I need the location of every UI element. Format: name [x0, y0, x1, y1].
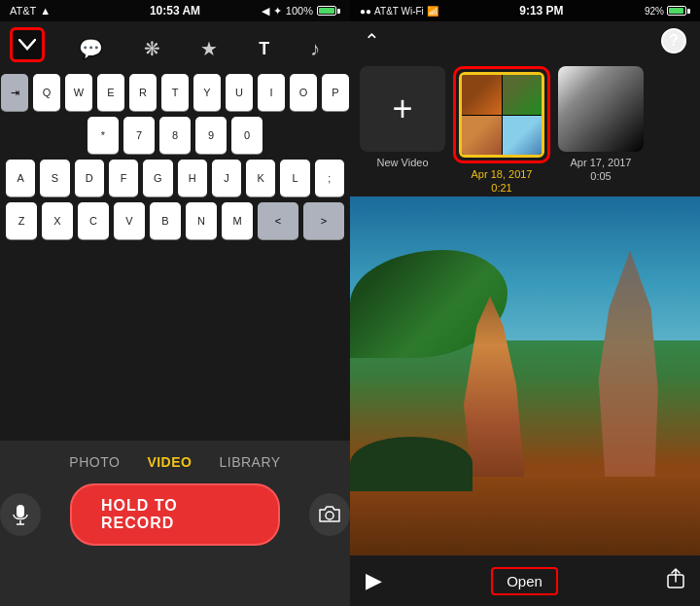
key-d[interactable]: D — [75, 160, 104, 196]
key-h[interactable]: H — [178, 160, 207, 196]
back-button[interactable]: ⌃ — [364, 29, 380, 53]
tab-video[interactable]: VIDEO — [147, 454, 192, 470]
new-video-item[interactable]: + New Video — [360, 66, 445, 169]
key-r[interactable]: R — [129, 74, 157, 111]
keyboard-area: ⇥ Q W E R T Y U I O P * 7 8 9 0 A S D F … — [0, 68, 350, 436]
key-e[interactable]: E — [97, 74, 124, 111]
key-n[interactable]: N — [186, 202, 217, 239]
right-panel: ●● AT&T Wi-Fi 📶 9:13 PM 92% ⌃ ? + — [350, 0, 700, 606]
key-0[interactable]: 0 — [231, 117, 262, 154]
key-star[interactable]: * — [88, 117, 119, 154]
thumb-cell-2 — [503, 75, 542, 115]
key-9[interactable]: 9 — [195, 117, 227, 154]
key-i[interactable]: I — [258, 74, 285, 111]
key-j[interactable]: J — [212, 160, 241, 196]
right-carrier: AT&T Wi-Fi — [374, 6, 424, 17]
apr18-thumb[interactable] — [459, 72, 544, 158]
chevron-button[interactable] — [10, 27, 45, 62]
bluetooth-icon: ✦ — [273, 5, 282, 18]
thumb-cell-1 — [462, 75, 502, 115]
right-time: 9:13 PM — [519, 4, 563, 18]
right-nav-bar: ⌃ ? — [350, 21, 700, 60]
right-battery-tip — [687, 9, 690, 14]
share-button[interactable] — [667, 568, 684, 594]
tab-photo[interactable]: PHOTO — [69, 454, 120, 470]
right-battery-pct: 92% — [645, 6, 664, 17]
apr17-video-item[interactable]: Apr 17, 2017 0:05 — [558, 66, 644, 184]
right-battery-fill — [669, 8, 683, 14]
mode-tabs: PHOTO VIDEO LIBRARY — [69, 454, 280, 470]
text-T-icon[interactable]: T — [259, 39, 269, 59]
left-panel: AT&T ▲ 10:53 AM ◀ ✦ 100% 💬 ❋ ★ T ♪ — [0, 0, 350, 606]
selected-wrapper — [453, 66, 550, 163]
key-t[interactable]: T — [161, 74, 189, 111]
key-8[interactable]: 8 — [159, 117, 191, 154]
key-a[interactable]: A — [6, 160, 35, 196]
tab-library[interactable]: LIBRARY — [219, 454, 280, 470]
key-gt[interactable]: > — [303, 202, 344, 239]
key-row-1: ⇥ Q W E R T Y U I O P — [6, 74, 344, 111]
key-o[interactable]: O — [290, 74, 317, 111]
key-m[interactable]: M — [222, 202, 253, 239]
left-status-bar: AT&T ▲ 10:53 AM ◀ ✦ 100% — [0, 0, 350, 21]
new-video-label: New Video — [377, 156, 429, 169]
key-row-num: * 7 8 9 0 — [6, 117, 344, 154]
key-v[interactable]: V — [114, 202, 145, 239]
key-u[interactable]: U — [226, 74, 253, 111]
right-signal-dots: ●● — [360, 6, 371, 17]
key-semicolon[interactable]: ; — [315, 160, 344, 196]
key-f[interactable]: F — [109, 160, 138, 196]
star-icon[interactable]: ★ — [200, 37, 218, 60]
right-status-right: 92% — [645, 6, 690, 17]
key-b[interactable]: B — [150, 202, 181, 239]
bushes — [350, 437, 472, 490]
signal-icon: ▲ — [40, 5, 51, 17]
help-button[interactable]: ? — [661, 28, 686, 53]
music-note-icon[interactable]: ♪ — [310, 38, 320, 60]
left-status-left: AT&T ▲ — [10, 5, 51, 17]
right-battery-icon — [667, 6, 690, 16]
key-c[interactable]: C — [78, 202, 109, 239]
new-video-thumb[interactable]: + — [360, 66, 445, 152]
apr17-thumb[interactable] — [558, 66, 644, 152]
gps-icon: ◀ — [262, 5, 269, 18]
thumb-cell-4 — [503, 116, 542, 156]
key-lt[interactable]: < — [258, 202, 298, 239]
key-z[interactable]: Z — [6, 202, 37, 239]
cluster-icon[interactable]: ❋ — [144, 37, 160, 60]
key-s[interactable]: S — [40, 160, 69, 196]
open-button[interactable]: Open — [491, 567, 558, 595]
key-l[interactable]: L — [280, 160, 309, 196]
speech-bubble-icon[interactable]: 💬 — [79, 37, 103, 60]
key-k[interactable]: K — [246, 160, 275, 196]
key-q[interactable]: Q — [33, 74, 60, 111]
right-battery-body — [667, 6, 686, 16]
thumb-cell-3 — [462, 116, 502, 156]
play-button[interactable]: ▶ — [366, 568, 382, 593]
key-7[interactable]: 7 — [123, 117, 155, 154]
right-wifi-icon: 📶 — [427, 6, 438, 17]
apr18-video-item[interactable]: Apr 18, 2017 0:21 — [453, 66, 550, 196]
key-row-2: A S D F G H J K L ; — [6, 160, 344, 196]
camera-icon — [319, 506, 340, 523]
key-y[interactable]: Y — [193, 74, 221, 111]
open-label: Open — [507, 573, 542, 589]
key-p[interactable]: P — [322, 74, 349, 111]
battery-fill — [319, 8, 334, 14]
right-status-bar: ●● AT&T Wi-Fi 📶 9:13 PM 92% — [350, 0, 700, 21]
key-w[interactable]: W — [65, 74, 92, 111]
microphone-icon — [12, 504, 29, 525]
right-status-left: ●● AT&T Wi-Fi 📶 — [360, 6, 438, 17]
microphone-button[interactable] — [0, 493, 41, 536]
hold-to-record-button[interactable]: HOLD TO RECORD — [70, 483, 280, 546]
left-status-right: ◀ ✦ 100% — [262, 5, 340, 18]
left-carrier: AT&T — [10, 5, 36, 17]
camera-button[interactable] — [309, 493, 350, 536]
apr18-label: Apr 18, 2017 0:21 — [472, 167, 533, 196]
left-bottom-controls: PHOTO VIDEO LIBRARY HOLD TO RECORD — [0, 441, 350, 606]
key-g[interactable]: G — [143, 160, 172, 196]
key-tab[interactable]: ⇥ — [1, 74, 28, 111]
key-x[interactable]: X — [42, 202, 73, 239]
share-icon — [667, 568, 684, 589]
thumbnails-row: + New Video Apr 18, 2017 0:21 — [350, 60, 700, 196]
